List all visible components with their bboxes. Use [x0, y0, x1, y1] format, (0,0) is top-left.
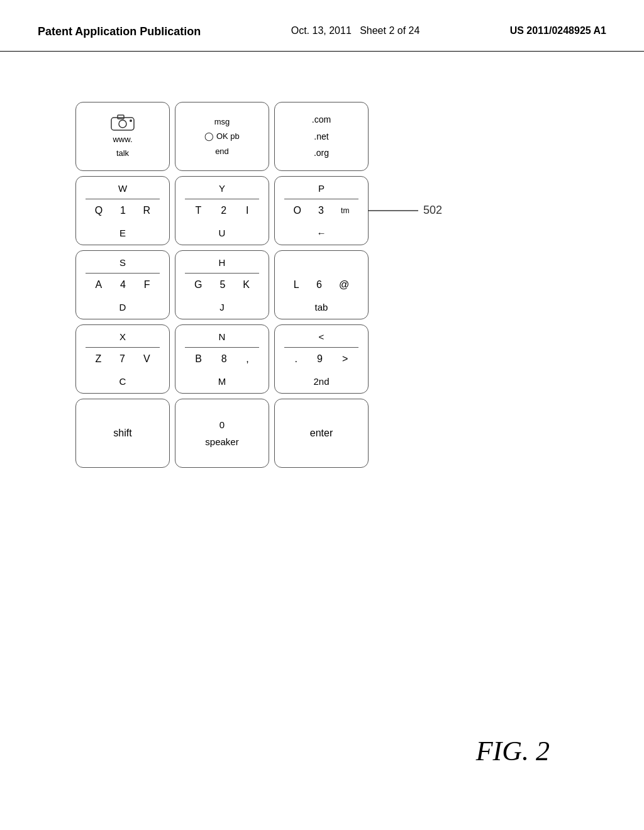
space-key-line1: 0: [219, 419, 225, 430]
camera-key-line2: talk: [116, 148, 129, 158]
bnm-key: N B8, M: [175, 324, 269, 394]
l6at-key: L6@ tab: [274, 250, 369, 319]
ghk-key: H G5K J: [175, 250, 269, 319]
space-key: 0 speaker: [175, 399, 269, 468]
sheet-number: Sheet 2 of 24: [360, 25, 419, 36]
qwr-key: W Q1R E: [75, 176, 170, 245]
com-key-line2: .net: [314, 131, 328, 141]
sym-key: < .9> 2nd: [274, 324, 369, 394]
asd-middle: A4F: [76, 279, 169, 290]
bnm-bottom: M: [175, 376, 269, 387]
sym-middle: .9>: [275, 353, 368, 365]
label-502-arrow: 502: [368, 204, 450, 217]
msg-key-line2: ◯ OK pb: [204, 131, 239, 141]
page-header: Patent Application Publication Oct. 13, …: [0, 0, 644, 52]
l6at-middle: L6@: [275, 279, 368, 290]
zvc-key: X Z7V C: [75, 324, 170, 394]
keyboard-diagram: www. talk msg ◯ OK pb end .com .net .org…: [75, 102, 369, 468]
msg-key-line1: msg: [214, 117, 230, 126]
svg-text:502: 502: [423, 204, 442, 216]
po3-top: P: [275, 183, 368, 194]
tyi-bottom: U: [175, 228, 269, 238]
sym-top: <: [275, 331, 368, 342]
camera-key-line1: www.: [113, 135, 132, 144]
sym-bottom: 2nd: [275, 376, 368, 387]
asd-bottom: D: [76, 302, 169, 313]
qwr-middle: Q1R: [76, 205, 169, 216]
po3-middle: O3tm: [275, 205, 368, 216]
po3-bottom: ←: [275, 228, 368, 238]
shift-label: shift: [113, 428, 131, 439]
publication-date: Oct. 13, 2011: [291, 25, 352, 36]
zvc-top: X: [76, 331, 169, 342]
svg-rect-2: [118, 115, 124, 119]
camera-key: www. talk: [75, 102, 170, 171]
shift-key: shift: [75, 399, 170, 468]
qwr-top: W: [76, 183, 169, 194]
qwr-bottom: E: [76, 228, 169, 238]
po3-key: P O3tm ← 502: [274, 176, 369, 245]
ghk-top: H: [175, 257, 269, 268]
com-key: .com .net .org: [274, 102, 369, 171]
enter-key: enter: [274, 399, 369, 468]
space-key-line2: speaker: [205, 436, 238, 447]
bnm-middle: B8,: [175, 353, 269, 365]
enter-label: enter: [310, 428, 333, 439]
zvc-bottom: C: [76, 376, 169, 387]
main-content: www. talk msg ◯ OK pb end .com .net .org…: [0, 52, 644, 518]
zvc-middle: Z7V: [76, 353, 169, 365]
publication-date-sheet: Oct. 13, 2011 Sheet 2 of 24: [291, 25, 420, 36]
msg-key-line3: end: [215, 147, 229, 156]
ghk-bottom: J: [175, 302, 269, 313]
publication-title: Patent Application Publication: [38, 25, 201, 38]
tyi-top: Y: [175, 183, 269, 194]
tyi-middle: T2I: [175, 205, 269, 216]
ghk-middle: G5K: [175, 279, 269, 290]
svg-point-1: [119, 120, 126, 128]
com-key-line1: .com: [312, 114, 331, 124]
svg-point-3: [130, 119, 132, 122]
com-key-line3: .org: [314, 148, 329, 158]
tyi-key: Y T2I U: [175, 176, 269, 245]
asd-top: S: [76, 257, 169, 268]
msg-key: msg ◯ OK pb end: [175, 102, 269, 171]
publication-number: US 2011/0248925 A1: [510, 25, 606, 36]
l6at-bottom: tab: [275, 302, 368, 313]
figure-label: FIG. 2: [476, 735, 550, 767]
asd-key: S A4F D: [75, 250, 170, 319]
bnm-top: N: [175, 331, 269, 342]
svg-rect-0: [111, 118, 134, 130]
camera-icon: [111, 113, 135, 131]
